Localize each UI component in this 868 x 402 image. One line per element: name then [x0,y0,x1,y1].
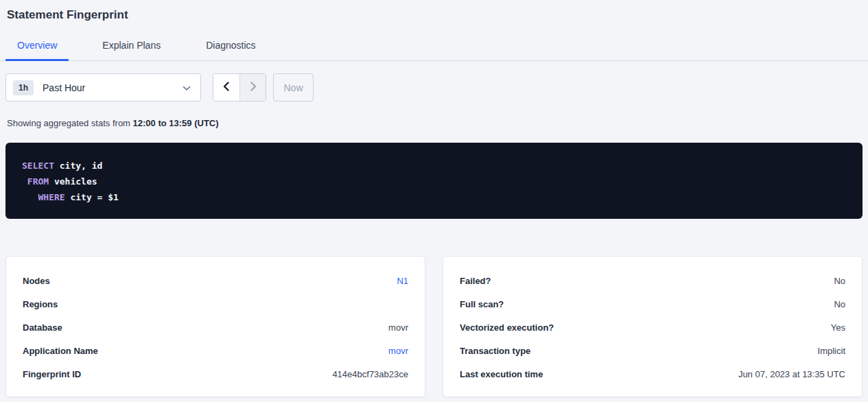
sql-statement-box: SELECT city, id FROM vehicles WHERE city… [5,143,863,219]
row-value: Jun 07, 2023 at 13:35 UTC [738,369,845,379]
summary-row: Transaction typeImplicit [460,339,845,362]
next-time-button[interactable] [239,74,266,101]
row-label: Database [23,322,62,333]
chevron-left-icon [222,82,231,93]
execution-attributes-card: Failed?NoFull scan?NoVectorized executio… [443,256,863,397]
chevron-right-icon [249,82,257,93]
summary-row: NodesN1 [23,269,408,292]
row-label: Application Name [23,346,98,356]
row-value-link[interactable]: movr [388,346,408,356]
summary-row: Failed?No [460,269,845,292]
summary-row: Full scan?No [460,292,845,316]
row-label: Transaction type [460,346,530,356]
time-arrow-group [213,73,266,102]
sql-line: WHERE city = $1 [22,189,846,205]
summary-row: Regions [23,292,408,316]
row-value: No [834,299,845,309]
time-range-label: Past Hour [43,82,183,93]
stats-line-prefix: Showing aggregated stats from [7,118,130,128]
tab-diagnostics[interactable]: Diagnostics [194,38,267,61]
row-value-link[interactable]: N1 [397,276,408,286]
summary-row: Fingerprint ID414e4bcf73ab23ce [23,362,408,386]
statement-details-card: NodesN1RegionsDatabasemovrApplication Na… [5,256,425,397]
summary-row: Last execution timeJun 07, 2023 at 13:35… [460,362,845,386]
row-label: Vectorized execution? [460,322,554,333]
row-label: Full scan? [460,299,504,309]
tab-explain-plans[interactable]: Explain Plans [91,38,172,61]
row-label: Last execution time [460,369,543,379]
row-value: No [834,276,845,286]
row-value: Yes [831,322,845,333]
row-value: Implicit [818,346,845,356]
tab-bar: OverviewExplain PlansDiagnostics [0,38,868,61]
page-title: Statement Fingerprint [7,8,863,23]
row-value: 414e4bcf73ab23ce [332,369,408,379]
sql-line: FROM vehicles [22,174,846,189]
aggregated-stats-line: Showing aggregated stats from 12:00 to 1… [7,118,863,128]
row-label: Nodes [23,276,50,286]
tab-overview[interactable]: Overview [5,38,69,61]
time-range-dropdown[interactable]: 1h Past Hour [5,73,201,102]
row-label: Failed? [460,276,491,286]
chevron-down-icon [183,82,191,94]
sql-line: SELECT city, id [22,158,846,174]
summary-row: Application Namemovr [23,339,408,362]
time-picker-controls: 1h Past Hour Now [5,73,863,102]
summary-row: Vectorized execution?Yes [460,316,845,339]
row-value: movr [388,322,408,333]
row-label: Fingerprint ID [23,369,81,379]
time-range-badge: 1h [13,80,34,95]
stats-line-range: 12:00 to 13:59 (UTC) [133,118,219,128]
row-label: Regions [23,299,58,309]
summary-row: Databasemovr [23,316,408,339]
now-button[interactable]: Now [273,73,314,102]
statement-fingerprint-page: Statement Fingerprint OverviewExplain Pl… [0,8,868,397]
summary-cards: NodesN1RegionsDatabasemovrApplication Na… [5,256,863,397]
prev-time-button[interactable] [213,74,239,101]
